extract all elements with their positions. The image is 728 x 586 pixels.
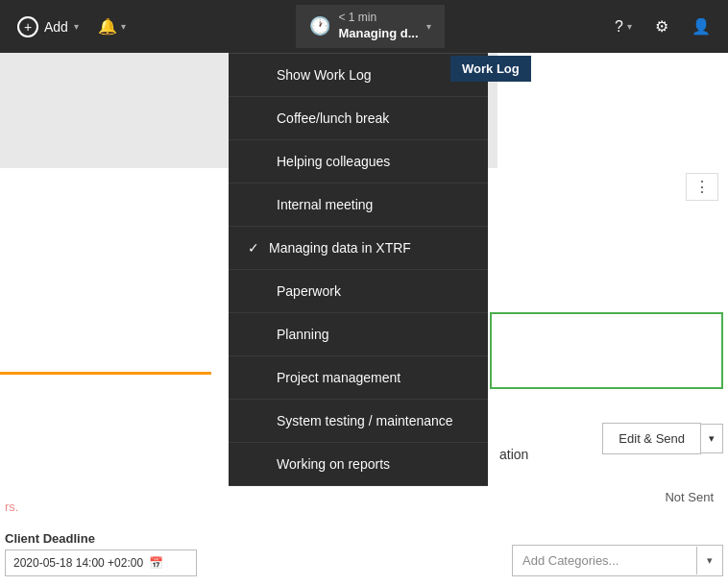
timer-label: Managing d... bbox=[338, 26, 418, 42]
worklog-dropdown-menu: Show Work LogCoffee/lunch breakHelping c… bbox=[229, 53, 488, 486]
help-caret-icon: ▾ bbox=[627, 21, 632, 32]
add-label: Add bbox=[44, 19, 68, 35]
dropdown-item-label: Coffee/lunch break bbox=[277, 110, 389, 126]
checkmark-icon: ✓ bbox=[248, 240, 259, 256]
add-caret-icon: ▾ bbox=[74, 21, 79, 32]
dropdown-item-9[interactable]: Working on reports bbox=[229, 443, 488, 486]
notifications-button[interactable]: 🔔 ▾ bbox=[88, 12, 135, 41]
dropdown-item-label: Project management bbox=[277, 370, 400, 385]
worklog-tooltip: Work Log bbox=[450, 56, 531, 82]
calendar-icon: 📅 bbox=[149, 556, 163, 570]
partial-text-rs: rs. bbox=[5, 500, 18, 514]
not-sent-badge: Not Sent bbox=[665, 490, 714, 504]
timer-button[interactable]: 🕐 < 1 min Managing d... ▾ bbox=[296, 5, 444, 47]
dropdown-item-label: System testing / maintenance bbox=[277, 413, 453, 428]
deadline-value: 2020-05-18 14:00 +02:00 bbox=[13, 556, 143, 570]
bell-icon: 🔔 bbox=[98, 17, 117, 36]
dropdown-item-label: Working on reports bbox=[277, 456, 390, 472]
dropdown-item-0[interactable]: Show Work Log bbox=[229, 54, 488, 97]
deadline-input[interactable]: 2020-05-18 14:00 +02:00 📅 bbox=[5, 549, 197, 576]
add-icon: + bbox=[17, 16, 38, 37]
dropdown-item-2[interactable]: Helping colleagues bbox=[229, 140, 488, 183]
gear-icon: ⚙ bbox=[655, 17, 668, 36]
dropdown-item-label: Paperwork bbox=[277, 283, 341, 299]
add-categories-label: Add Categories... bbox=[513, 546, 696, 575]
edit-send-caret-button[interactable]: ▾ bbox=[701, 424, 723, 453]
add-button[interactable]: + Add ▾ bbox=[8, 0, 88, 53]
help-icon: ? bbox=[615, 18, 623, 36]
user-icon: 👤 bbox=[692, 17, 711, 36]
edit-send-area: Edit & Send ▾ bbox=[602, 423, 723, 454]
dropdown-item-5[interactable]: Paperwork bbox=[229, 270, 488, 313]
add-categories-caret-icon[interactable]: ▾ bbox=[696, 547, 722, 574]
client-deadline-label: Client Deadline bbox=[5, 531, 216, 546]
dropdown-item-label: Planning bbox=[277, 327, 329, 342]
timer-text: < 1 min Managing d... bbox=[338, 11, 418, 41]
dropdown-item-1[interactable]: Coffee/lunch break bbox=[229, 97, 488, 140]
text-input-area[interactable] bbox=[490, 312, 723, 389]
settings-button[interactable]: ⚙ bbox=[645, 12, 678, 41]
nav-right: ? ▾ ⚙ 👤 bbox=[605, 12, 720, 41]
add-categories-dropdown[interactable]: Add Categories... ▾ bbox=[512, 545, 723, 576]
partial-ation-text: ation bbox=[499, 447, 528, 462]
bell-caret-icon: ▾ bbox=[121, 21, 126, 32]
dropdown-item-label: Managing data in XTRF bbox=[269, 240, 411, 256]
timer-time: < 1 min bbox=[338, 11, 376, 26]
top-navbar: + Add ▾ 🔔 ▾ 🕐 < 1 min Managing d... ▾ ? … bbox=[0, 0, 728, 53]
nav-center: 🕐 < 1 min Managing d... ▾ bbox=[135, 5, 605, 47]
edit-send-button[interactable]: Edit & Send bbox=[602, 423, 701, 454]
dropdown-item-6[interactable]: Planning bbox=[229, 313, 488, 356]
timer-caret-icon: ▾ bbox=[426, 21, 431, 32]
orange-line bbox=[0, 372, 211, 375]
client-deadline-section: Client Deadline 2020-05-18 14:00 +02:00 … bbox=[5, 531, 216, 576]
dropdown-item-label: Show Work Log bbox=[277, 67, 372, 83]
user-button[interactable]: 👤 bbox=[682, 12, 720, 41]
help-button[interactable]: ? ▾ bbox=[605, 12, 642, 41]
dropdown-item-label: Internal meeting bbox=[277, 197, 373, 212]
dropdown-item-4[interactable]: ✓Managing data in XTRF bbox=[229, 227, 488, 270]
dropdown-item-8[interactable]: System testing / maintenance bbox=[229, 400, 488, 443]
dropdown-item-3[interactable]: Internal meeting bbox=[229, 183, 488, 227]
three-dot-button[interactable]: ⋮ bbox=[686, 173, 718, 201]
dropdown-item-label: Helping colleagues bbox=[277, 154, 390, 169]
clock-icon: 🕐 bbox=[309, 15, 330, 37]
dropdown-item-7[interactable]: Project management bbox=[229, 356, 488, 400]
